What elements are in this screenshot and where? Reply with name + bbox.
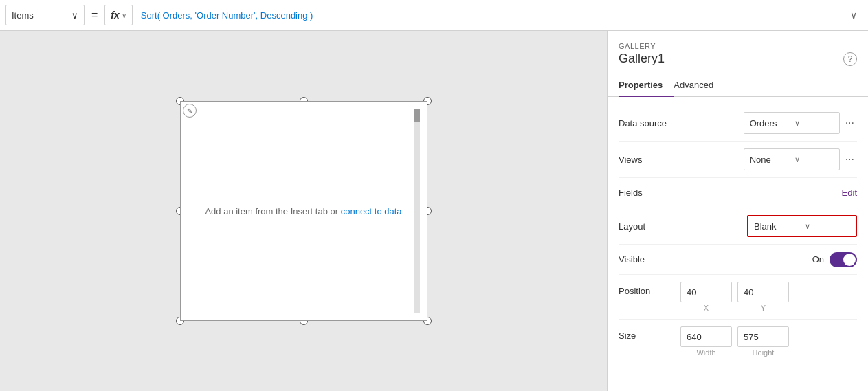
gallery-edit-icon[interactable]: ✎ <box>183 104 197 118</box>
layout-label: Layout <box>619 221 680 232</box>
help-icon[interactable]: ? <box>843 52 857 66</box>
fx-icon: fx <box>111 10 119 21</box>
data-source-value: Orders <box>750 118 789 129</box>
position-row: Position X Y <box>619 275 857 320</box>
layout-row: Layout Blank ∨ <box>619 208 857 245</box>
placeholder-link[interactable]: connect to data <box>341 206 402 216</box>
panel-title-text: Gallery1 <box>619 52 665 66</box>
panel-body: Data source Orders ∨ ··· Views None ∨ <box>608 97 868 372</box>
gallery-scrollbar[interactable] <box>414 109 420 313</box>
position-y-input[interactable] <box>737 282 789 302</box>
tab-advanced[interactable]: Advanced <box>674 74 724 97</box>
views-chevron-icon: ∨ <box>794 155 834 164</box>
size-width-label: Width <box>696 348 715 357</box>
data-source-row: Data source Orders ∨ ··· <box>619 105 857 142</box>
gallery-box: Add an item from the Insert tab or conne… <box>180 101 427 321</box>
views-dropdown[interactable]: None ∨ <box>744 148 840 170</box>
views-more-icon[interactable]: ··· <box>843 151 857 168</box>
position-x-input[interactable] <box>680 282 732 302</box>
fx-chevron-icon: ∨ <box>122 12 126 19</box>
layout-controls: Blank ∨ <box>680 215 857 237</box>
items-chevron-icon: ∨ <box>71 10 78 21</box>
fx-button[interactable]: fx ∨ <box>104 5 132 25</box>
data-source-label: Data source <box>619 118 680 129</box>
formula-expand-icon[interactable]: ∨ <box>845 7 863 23</box>
views-controls: None ∨ ··· <box>680 148 857 170</box>
layout-chevron-icon: ∨ <box>805 222 850 231</box>
right-panel: GALLERY Gallery1 ? Properties Advanced D… <box>607 31 868 391</box>
visible-toggle[interactable] <box>830 252 857 267</box>
visible-label: Visible <box>619 254 680 265</box>
panel-tabs: Properties Advanced <box>608 74 868 97</box>
visible-controls: On <box>680 252 857 267</box>
position-x-label: X <box>704 304 709 312</box>
size-height-label: Height <box>753 348 775 357</box>
formula-bar: Items ∨ = fx ∨ ∨ <box>0 0 868 31</box>
data-source-chevron-icon: ∨ <box>794 119 834 128</box>
data-source-controls: Orders ∨ ··· <box>680 112 857 134</box>
placeholder-text-1: Add an item from the Insert tab <box>205 206 327 216</box>
equals-sign: = <box>87 9 102 21</box>
size-width-group: Width <box>680 326 732 357</box>
data-source-dropdown[interactable]: Orders ∨ <box>744 112 840 134</box>
canvas-area[interactable]: ✎ Add an item from the Insert tab or con… <box>0 31 607 391</box>
fields-label: Fields <box>619 188 680 198</box>
fields-row: Fields Edit <box>619 178 857 208</box>
gallery-placeholder: Add an item from the Insert tab or conne… <box>205 206 401 216</box>
tab-properties[interactable]: Properties <box>619 74 674 97</box>
position-inputs: X Y <box>680 282 857 312</box>
items-dropdown[interactable]: Items ∨ <box>5 5 85 25</box>
visible-row: Visible On <box>619 245 857 275</box>
position-x-group: X <box>680 282 732 312</box>
size-row: Size Width Height <box>619 320 857 364</box>
views-value: None <box>750 155 789 165</box>
main-content: ✎ Add an item from the Insert tab or con… <box>0 31 868 391</box>
items-label: Items <box>12 10 34 21</box>
panel-header: GALLERY Gallery1 ? <box>608 31 868 74</box>
views-label: Views <box>619 155 680 165</box>
size-label: Size <box>619 326 680 341</box>
position-label: Position <box>619 282 680 296</box>
visible-on-label: On <box>812 254 824 265</box>
gallery-widget[interactable]: ✎ Add an item from the Insert tab or con… <box>173 94 434 328</box>
fields-edit-link[interactable]: Edit <box>680 188 857 198</box>
visible-toggle-container: On <box>812 252 857 267</box>
position-y-label: Y <box>761 304 766 312</box>
panel-title: Gallery1 ? <box>619 52 857 66</box>
position-y-group: Y <box>737 282 789 312</box>
formula-input[interactable] <box>135 5 842 25</box>
size-inputs: Width Height <box>680 326 857 357</box>
fields-controls: Edit <box>680 188 857 198</box>
placeholder-connector: or <box>328 206 341 216</box>
data-source-more-icon[interactable]: ··· <box>843 115 857 131</box>
size-height-input[interactable] <box>737 326 789 347</box>
gallery-scrollbar-thumb <box>414 109 420 122</box>
layout-dropdown[interactable]: Blank ∨ <box>747 215 857 237</box>
layout-value: Blank <box>754 221 799 232</box>
panel-section-label: GALLERY <box>619 42 857 50</box>
views-row: Views None ∨ ··· <box>619 142 857 178</box>
size-width-input[interactable] <box>680 326 732 347</box>
size-height-group: Height <box>737 326 789 357</box>
